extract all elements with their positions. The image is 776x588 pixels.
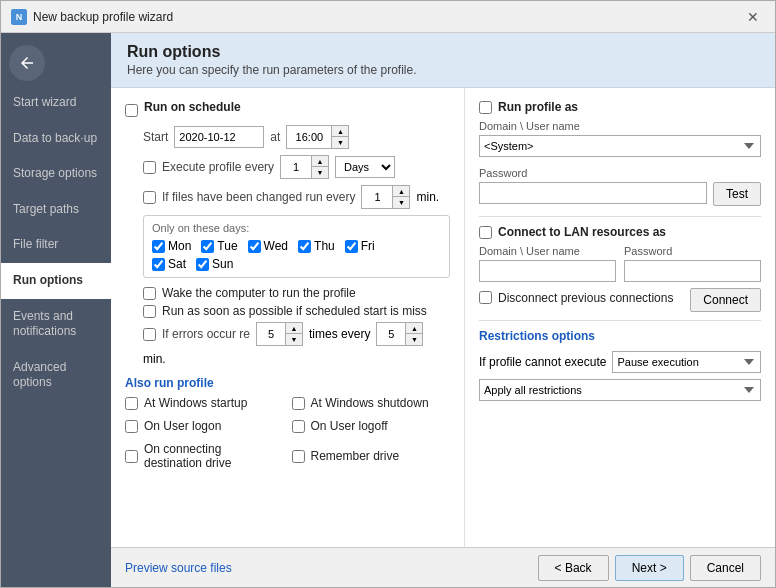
times-every-label: times every — [309, 327, 370, 341]
page-description: Here you can specify the run parameters … — [127, 63, 759, 77]
domain-user-label: Domain \ User name — [479, 120, 761, 132]
execute-every-checkbox[interactable] — [143, 161, 156, 174]
preview-source-link[interactable]: Preview source files — [125, 561, 232, 575]
execute-every-spin-buttons: ▲ ▼ — [311, 156, 328, 178]
on-connecting-destination-checkbox[interactable] — [125, 450, 138, 463]
files-changed-up-button[interactable]: ▲ — [393, 186, 409, 197]
restrictions-title: Restrictions options — [479, 329, 761, 343]
sidebar-item-data-to-backup[interactable]: Data to back·up — [1, 121, 111, 157]
execute-every-input[interactable] — [281, 156, 311, 178]
on-connecting-destination-label: On connectingdestination drive — [144, 442, 231, 470]
day-mon-label: Mon — [168, 239, 191, 253]
app-icon: N — [11, 9, 27, 25]
apply-restrictions-select[interactable]: Apply all restrictions Apply no restrict… — [479, 379, 761, 401]
day-fri-label: Fri — [361, 239, 375, 253]
day-tue: Tue — [201, 239, 237, 253]
sidebar-item-target-paths[interactable]: Target paths — [1, 192, 111, 228]
at-windows-startup-checkbox[interactable] — [125, 397, 138, 410]
connect-lan-row: Connect to LAN resources as — [479, 225, 761, 239]
sidebar-item-start-wizard[interactable]: Start wizard — [1, 85, 111, 121]
files-changed-input[interactable] — [362, 186, 392, 208]
separator-1 — [479, 216, 761, 217]
days-section-title: Only on these days: — [152, 222, 441, 234]
next-button[interactable]: Next > — [615, 555, 684, 581]
start-time-up-button[interactable]: ▲ — [332, 126, 348, 137]
also-run-title: Also run profile — [125, 376, 450, 390]
back-button[interactable] — [9, 45, 45, 81]
page-header: Run options Here you can specify the run… — [111, 33, 775, 88]
run-profile-as-title: Run profile as — [498, 100, 578, 114]
sidebar-item-run-options[interactable]: Run options — [1, 263, 111, 299]
test-button[interactable]: Test — [713, 182, 761, 206]
lan-password-input[interactable] — [624, 260, 761, 282]
execute-every-down-button[interactable]: ▼ — [312, 167, 328, 178]
on-user-logoff-checkbox[interactable] — [292, 420, 305, 433]
domain-user-group: Domain \ User name <System> — [479, 120, 761, 157]
errors-interval-spin-buttons: ▲ ▼ — [405, 323, 422, 345]
run-profile-as-checkbox[interactable] — [479, 101, 492, 114]
disconnect-prev-checkbox[interactable] — [479, 291, 492, 304]
day-fri: Fri — [345, 239, 375, 253]
day-sun-checkbox[interactable] — [196, 258, 209, 271]
start-date-input[interactable] — [174, 126, 264, 148]
remember-drive-row: Remember drive — [292, 442, 451, 470]
run-on-schedule-checkbox[interactable] — [125, 104, 138, 117]
execute-every-unit-select[interactable]: Days Minutes Hours Weeks — [335, 156, 395, 178]
sidebar-item-storage-options[interactable]: Storage options — [1, 156, 111, 192]
if-files-changed-checkbox[interactable] — [143, 191, 156, 204]
back-button[interactable]: < Back — [538, 555, 609, 581]
remember-drive-checkbox[interactable] — [292, 450, 305, 463]
lan-domain-group: Domain \ User name — [479, 245, 616, 282]
lan-domain-label: Domain \ User name — [479, 245, 616, 257]
errors-interval-input[interactable] — [377, 323, 405, 345]
start-time-down-button[interactable]: ▼ — [332, 137, 348, 148]
day-thu-label: Thu — [314, 239, 335, 253]
errors-retries-input[interactable] — [257, 323, 285, 345]
at-windows-shutdown-checkbox[interactable] — [292, 397, 305, 410]
errors-retries-up-button[interactable]: ▲ — [286, 323, 302, 334]
day-thu-checkbox[interactable] — [298, 240, 311, 253]
wake-computer-checkbox[interactable] — [143, 287, 156, 300]
lan-domain-input[interactable] — [479, 260, 616, 282]
connect-lan-checkbox[interactable] — [479, 226, 492, 239]
execute-every-up-button[interactable]: ▲ — [312, 156, 328, 167]
password-input[interactable] — [479, 182, 707, 204]
start-time-input[interactable] — [287, 126, 331, 148]
password-group: Password Test — [479, 167, 761, 206]
domain-user-select[interactable]: <System> — [479, 135, 761, 157]
day-wed-checkbox[interactable] — [248, 240, 261, 253]
remember-drive-label: Remember drive — [311, 449, 400, 463]
disconnect-prev-label: Disconnect previous connections — [498, 291, 673, 305]
on-user-logon-checkbox[interactable] — [125, 420, 138, 433]
day-sat-label: Sat — [168, 257, 186, 271]
at-windows-startup-row: At Windows startup — [125, 396, 284, 410]
on-user-logon-label: On User logon — [144, 419, 221, 433]
cancel-button[interactable]: Cancel — [690, 555, 761, 581]
sidebar-item-advanced-options[interactable]: Advanced options — [1, 350, 111, 401]
days-row-1: Mon Tue Wed — [152, 239, 441, 253]
connect-button[interactable]: Connect — [690, 288, 761, 312]
close-button[interactable]: ✕ — [741, 6, 765, 28]
day-sat-checkbox[interactable] — [152, 258, 165, 271]
files-changed-down-button[interactable]: ▼ — [393, 197, 409, 208]
on-user-logoff-label: On User logoff — [311, 419, 388, 433]
errors-retries-down-button[interactable]: ▼ — [286, 334, 302, 345]
if-errors-checkbox[interactable] — [143, 328, 156, 341]
sidebar-item-events-notifications[interactable]: Events and notifications — [1, 299, 111, 350]
day-wed-label: Wed — [264, 239, 288, 253]
sidebar-item-file-filter[interactable]: File filter — [1, 227, 111, 263]
password-row: Test — [479, 182, 761, 206]
errors-interval-down-button[interactable]: ▼ — [406, 334, 422, 345]
on-connecting-destination-row: On connectingdestination drive — [125, 442, 284, 470]
main-body: Run on schedule Start at ▲ ▼ — [111, 88, 775, 547]
day-tue-checkbox[interactable] — [201, 240, 214, 253]
execute-every-label: Execute profile every — [162, 160, 274, 174]
if-profile-select[interactable]: Pause execution Skip execution Stop exec… — [612, 351, 761, 373]
errors-interval-up-button[interactable]: ▲ — [406, 323, 422, 334]
at-windows-shutdown-row: At Windows shutdown — [292, 396, 451, 410]
on-user-logoff-row: On User logoff — [292, 419, 451, 433]
day-fri-checkbox[interactable] — [345, 240, 358, 253]
day-mon-checkbox[interactable] — [152, 240, 165, 253]
run-asap-checkbox[interactable] — [143, 305, 156, 318]
disconnect-prev-row: Disconnect previous connections Connect — [479, 288, 761, 312]
